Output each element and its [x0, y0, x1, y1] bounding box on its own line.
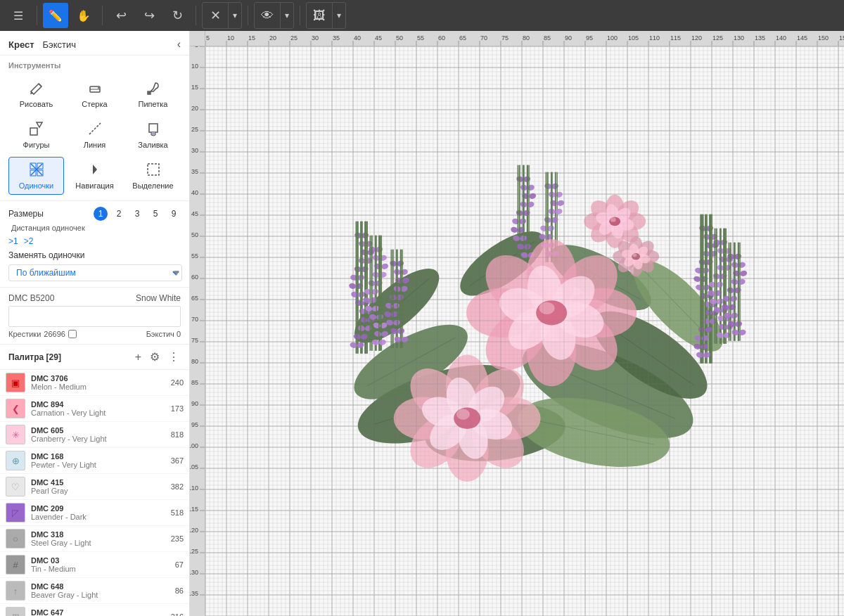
palette-info: DMC 605 Cranberry - Very Light — [31, 426, 171, 443]
color-swatch: ⊞ — [6, 607, 25, 616]
undo-icon: ↩ — [116, 8, 127, 23]
refresh-button[interactable]: ↻ — [165, 3, 190, 28]
palette-item[interactable]: ⊞ DMC 647 Beaver Gray - Medium 216 — [0, 604, 189, 616]
palette-item[interactable]: ▣ DMC 3706 Melon - Medium 240 — [0, 370, 189, 396]
canvas-viewport[interactable] — [205, 46, 844, 616]
palette-item[interactable]: ○ DMC 318 Steel Gray - Light 235 — [0, 526, 189, 552]
svg-point-1 — [98, 87, 99, 89]
palette-settings-button[interactable]: ⚙ — [148, 349, 161, 365]
palette-item[interactable]: ✳ DMC 605 Cranberry - Very Light 818 — [0, 422, 189, 448]
palette-info: DMC 03 Tin - Medium — [31, 556, 175, 573]
palette-item[interactable]: ♡ DMC 415 Pearl Gray 382 — [0, 474, 189, 500]
main-canvas[interactable] — [205, 46, 844, 616]
palette-count: 235 — [171, 534, 184, 543]
palette-item[interactable]: ◸ DMC 209 Lavender - Dark 518 — [0, 500, 189, 526]
palette-item[interactable]: ⊕ DMC 168 Pewter - Very Light 367 — [0, 448, 189, 474]
line-icon — [87, 121, 103, 139]
color-swatch: ♡ — [6, 477, 25, 496]
size-5[interactable]: 5 — [148, 207, 162, 221]
size-3[interactable]: 3 — [130, 207, 144, 221]
redo-button[interactable]: ↪ — [136, 3, 162, 28]
select-icon — [146, 162, 161, 179]
palette-count: 518 — [171, 508, 184, 517]
tool-fill[interactable]: Заливка — [125, 116, 181, 154]
palette-title: Палитра [29] — [8, 352, 61, 362]
fill-icon — [146, 121, 161, 139]
image-dropdown-button[interactable]: ▾ — [332, 3, 345, 28]
tool-eraser[interactable]: Стерка — [67, 75, 122, 113]
sizes-label: Размеры — [8, 209, 44, 219]
palette-count: 367 — [171, 456, 184, 465]
color-preview-box[interactable] — [8, 306, 181, 327]
tab-cross[interactable]: Крест — [8, 39, 34, 50]
backstitch-label: Бэкстич — [146, 330, 174, 338]
tools-grid: Рисовать Стерка Пипетка — [8, 75, 181, 195]
backstitch-count: 0 — [177, 330, 181, 338]
pencil-icon: ✏️ — [49, 9, 63, 23]
toolbar-separator-5 — [300, 6, 300, 25]
redo-icon: ↪ — [144, 8, 155, 23]
pencil-button[interactable]: ✏️ — [43, 3, 68, 28]
tool-navigate[interactable]: Навигация — [67, 157, 122, 195]
ruler-corner — [190, 31, 205, 46]
menu-icon: ☰ — [13, 9, 23, 23]
palette-name: Cranberry - Very Light — [31, 435, 171, 443]
palette-name: Pearl Gray — [31, 487, 171, 495]
replace-row: Заменять одиночки — [8, 250, 181, 260]
palette-info: DMC 3706 Melon - Medium — [31, 374, 171, 391]
view-dropdown-button[interactable]: ▾ — [280, 3, 293, 28]
toolbar-separator-2 — [102, 6, 103, 25]
palette-code: DMC 894 — [31, 400, 171, 409]
tab-backstitch[interactable]: Бэкстич — [43, 39, 77, 50]
palette-header: Палитра [29] + ⚙ ⋮ — [0, 345, 189, 370]
replace-dropdown[interactable]: По ближайшим По цвету Всегда — [8, 264, 182, 281]
tool-shapes[interactable]: Фигуры — [8, 116, 64, 154]
size-1[interactable]: 1 — [94, 207, 108, 221]
palette-count: 240 — [171, 378, 184, 387]
navigate-label: Навигация — [75, 181, 113, 190]
dist-gt1[interactable]: >1 — [8, 236, 18, 246]
tool-eyedropper[interactable]: Пипетка — [125, 75, 181, 113]
collapse-button[interactable]: ‹ — [177, 38, 181, 51]
palette-item[interactable]: ❮ DMC 894 Carnation - Very Light 173 — [0, 396, 189, 422]
tool-line[interactable]: Линия — [67, 116, 122, 154]
palette-code: DMC 648 — [31, 582, 175, 591]
sidebar-tabs: Крест Бэкстич — [8, 39, 76, 50]
top-ruler — [205, 31, 844, 46]
palette-count: 173 — [171, 404, 184, 413]
size-2[interactable]: 2 — [112, 207, 126, 221]
hand-button[interactable]: ✋ — [71, 3, 96, 28]
sizes-section: Размеры 1 2 3 5 9 Дистанция одиночек >1 … — [0, 201, 189, 288]
clear-button[interactable]: ✕ — [203, 3, 228, 28]
stitches-count: 26696 — [44, 330, 65, 338]
tool-select[interactable]: Выделение — [125, 157, 181, 195]
palette-code: DMC 209 — [31, 504, 171, 513]
ruler-h-canvas — [205, 31, 844, 46]
size-9[interactable]: 9 — [167, 207, 181, 221]
svg-marker-4 — [37, 122, 42, 127]
fill-label: Заливка — [138, 141, 167, 149]
stitches-label: Крестики — [8, 330, 41, 338]
clear-dropdown-button[interactable]: ▾ — [228, 3, 241, 28]
palette-item[interactable]: ↑ DMC 648 Beaver Gray - Light 86 — [0, 578, 189, 604]
navigate-icon — [87, 162, 103, 179]
tool-draw[interactable]: Рисовать — [8, 75, 64, 113]
palette-add-button[interactable]: + — [134, 349, 143, 365]
palette-count: 86 — [175, 586, 184, 595]
tool-singles[interactable]: Одиночки — [8, 157, 64, 195]
palette-count: 29 — [49, 352, 58, 362]
menu-button[interactable]: ☰ — [6, 3, 31, 28]
image-button[interactable]: 🖼 — [307, 3, 332, 28]
stitches-checkbox[interactable] — [68, 330, 77, 338]
palette-info: DMC 415 Pearl Gray — [31, 478, 171, 495]
stitches-stats: Крестики 26696 — [8, 330, 77, 338]
palette-more-button[interactable]: ⋮ — [167, 349, 181, 365]
dist-gt2[interactable]: >2 — [24, 236, 34, 246]
palette-item[interactable]: # DMC 03 Tin - Medium 67 — [0, 552, 189, 578]
palette-name: Carnation - Very Light — [31, 409, 171, 417]
palette-info: DMC 318 Steel Gray - Light — [31, 530, 171, 547]
draw-icon — [29, 80, 44, 98]
view-button[interactable]: 👁 — [255, 3, 280, 28]
undo-button[interactable]: ↩ — [108, 3, 134, 28]
color-swatch: ↑ — [6, 581, 25, 601]
